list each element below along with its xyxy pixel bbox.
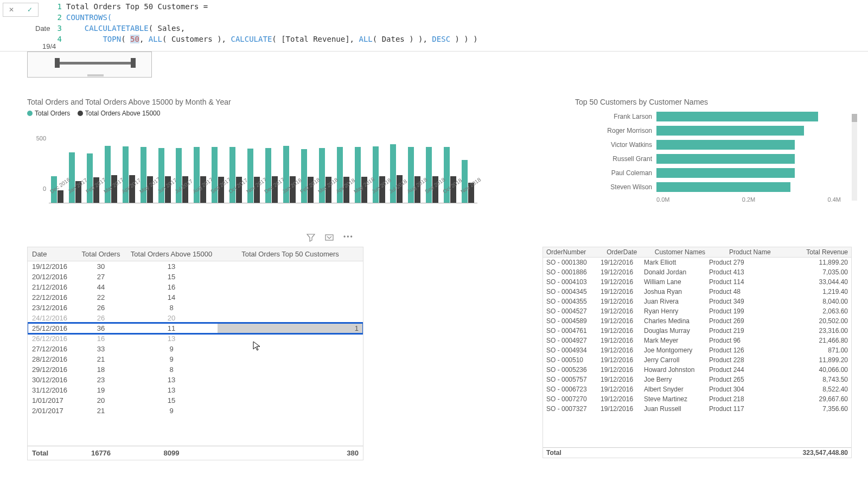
hbar-row[interactable]: Victor Watkins	[575, 138, 846, 152]
table-row[interactable]: 23/12/2016268	[28, 303, 363, 313]
sales-detail-table[interactable]: OrderNumber OrderDate Customer Names Pro…	[542, 247, 852, 458]
table-row[interactable]: 21/12/20164416	[28, 282, 363, 292]
more-options-icon[interactable]: •••	[343, 233, 354, 243]
col-total-orders[interactable]: Total Orders	[76, 247, 125, 261]
table-row[interactable]: SO - 000410319/12/2016William LaneProduc…	[543, 277, 851, 287]
table-row[interactable]: SO - 000523619/12/2016Howard JohnstonPro…	[543, 365, 851, 375]
chart-title: Total Orders and Total Orders Above 1500…	[27, 98, 488, 106]
table-row[interactable]: 31/12/20161913	[28, 385, 363, 395]
table-row[interactable]: SO - 00051019/12/2016Jerry CarrollProduc…	[543, 355, 851, 365]
orders-table[interactable]: Date Total Orders Total Orders Above 150…	[27, 247, 363, 460]
table-row[interactable]: 20/12/20162715	[28, 272, 363, 282]
table-row[interactable]: 25/12/201636111	[28, 323, 363, 333]
totals-row: Total 323,547,448.80	[543, 448, 851, 458]
table-row[interactable]: SO - 000434519/12/2016Joshua RyanProduct…	[543, 287, 851, 297]
hbar-row[interactable]: Frank Larson	[575, 110, 846, 124]
table-row[interactable]: 22/12/20162214	[28, 292, 363, 303]
top-customers-bar-chart[interactable]: Top 50 Customers by Customer Names Frank…	[575, 98, 846, 203]
formula-cancel-button[interactable]: ✕	[3, 3, 20, 16]
hbar-label: Frank Larson	[575, 113, 656, 120]
table-row[interactable]: SO - 000575719/12/2016Joe BerryProduct 2…	[543, 375, 851, 384]
mouse-cursor-icon	[252, 341, 263, 351]
slicer-value: 19/4	[42, 42, 56, 50]
col-orderdate[interactable]: OrderDate	[603, 247, 652, 258]
slider-handle-right[interactable]	[131, 58, 136, 68]
table-row[interactable]: SO - 000188619/12/2016Donald JordanProdu…	[543, 267, 851, 277]
table-row[interactable]: SO - 000672319/12/2016Albert SnyderProdu…	[543, 384, 851, 394]
table-row[interactable]: 24/12/20162620	[28, 313, 363, 323]
column-chart[interactable]: Total Orders and Total Orders Above 1500…	[27, 98, 488, 203]
table-row[interactable]: SO - 000727019/12/2016Steve MartinezProd…	[543, 394, 851, 404]
hbar-row[interactable]: Roger Morrison	[575, 124, 846, 138]
table-row[interactable]: 27/12/2016339	[28, 344, 363, 354]
hbar-row[interactable]: Steven Wilson	[575, 180, 846, 194]
hbar-label: Victor Watkins	[575, 141, 656, 149]
col-revenue[interactable]: Total Revenue	[788, 247, 851, 258]
focus-mode-icon[interactable]	[325, 233, 334, 243]
table-row[interactable]: 19/12/20163013	[28, 261, 363, 272]
hbar-row[interactable]: Russell Grant	[575, 152, 846, 166]
visual-header: •••	[307, 233, 354, 243]
col-top50[interactable]: Total Orders Top 50 Customers	[218, 247, 363, 261]
table-row[interactable]: SO - 000458919/12/2016Charles MedinaProd…	[543, 316, 851, 326]
table-row[interactable]: SO - 000493419/12/2016Joe MontgomeryProd…	[543, 345, 851, 355]
chart-legend: Total Orders Total Orders Above 15000	[27, 110, 488, 118]
table-row[interactable]: 28/12/2016219	[28, 354, 363, 364]
totals-row: Total 16776 8099 380	[28, 446, 363, 460]
hbar-label: Roger Morrison	[575, 127, 656, 134]
table-row[interactable]: 29/12/2016188	[28, 364, 363, 375]
col-date[interactable]: Date	[28, 247, 76, 261]
date-slicer[interactable]	[27, 52, 152, 78]
table-row[interactable]: SO - 000732719/12/2016Juan RussellProduc…	[543, 404, 851, 414]
hbar-row[interactable]: Paul Coleman	[575, 166, 846, 180]
hbar-label: Paul Coleman	[575, 169, 656, 177]
hbar-label: Steven Wilson	[575, 183, 656, 191]
table-row[interactable]: SO - 000435519/12/2016Juan RiveraProduct…	[543, 297, 851, 306]
table-row[interactable]: 30/12/20162313	[28, 375, 363, 385]
chart-scrollbar[interactable]	[852, 114, 857, 201]
slider-handle-left[interactable]	[55, 58, 60, 68]
formula-editor[interactable]: 1Total Orders Top 50 Customers = 2COUNTR…	[54, 1, 478, 44]
table-row[interactable]: SO - 000452719/12/2016Ryan HenryProduct …	[543, 306, 851, 316]
formula-commit-button[interactable]: ✓	[22, 3, 38, 16]
col-above-15000[interactable]: Total Orders Above 15000	[125, 247, 218, 261]
slicer-label: Date	[35, 24, 50, 33]
table-row[interactable]: SO - 000476119/12/2016Douglas MurrayProd…	[543, 326, 851, 336]
col-customer[interactable]: Customer Names	[652, 247, 726, 258]
table-row[interactable]: 2/01/2017219	[28, 406, 363, 416]
svg-rect-0	[326, 235, 333, 240]
table-row[interactable]: SO - 000138019/12/2016Mark ElliottProduc…	[543, 258, 851, 267]
table-row[interactable]: 26/12/20161613	[28, 333, 363, 344]
chart2-title: Top 50 Customers by Customer Names	[575, 98, 846, 106]
col-ordernum[interactable]: OrderNumber	[543, 247, 603, 258]
hbar-label: Russell Grant	[575, 155, 656, 163]
table-row[interactable]: 1/01/20172015	[28, 395, 363, 406]
col-product[interactable]: Product Name	[726, 247, 789, 258]
table-row[interactable]: SO - 000492719/12/2016Mark MeyerProduct …	[543, 336, 851, 345]
formula-bar: ✕ ✓ 1Total Orders Top 50 Customers = 2CO…	[0, 0, 868, 52]
filter-icon[interactable]	[307, 233, 315, 243]
